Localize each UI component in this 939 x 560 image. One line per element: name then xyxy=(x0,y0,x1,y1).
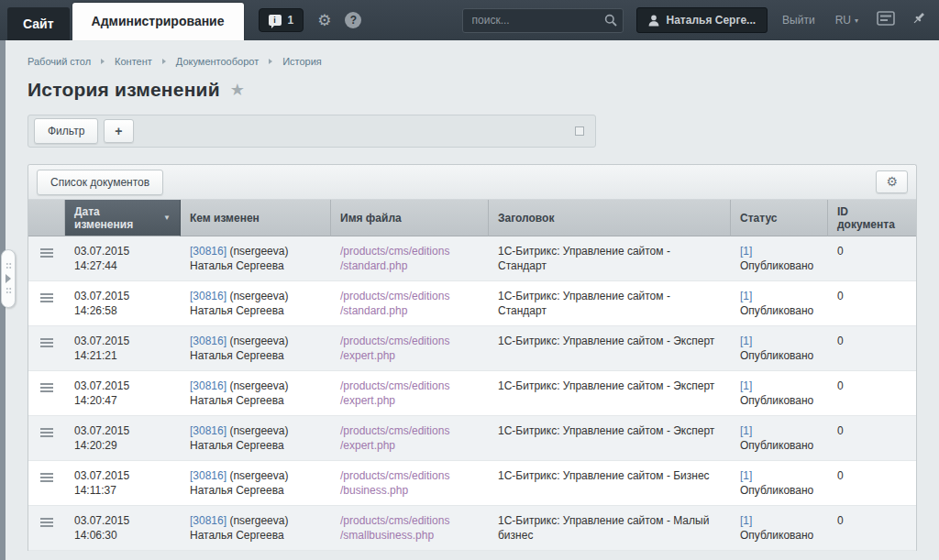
document-list-button[interactable]: Список документов xyxy=(37,170,163,195)
cell-document-id: 0 xyxy=(828,416,916,460)
cell-date: 03.07.201514:06:30 xyxy=(65,506,181,550)
cell-document-id: 0 xyxy=(828,461,916,505)
status-link[interactable]: [1] xyxy=(740,290,752,302)
header-date-modified[interactable]: Дата изменения ▼ xyxy=(65,200,181,236)
breadcrumb-history[interactable]: История xyxy=(282,56,322,67)
search-icon[interactable] xyxy=(604,14,617,30)
file-path-link[interactable]: /expert.php xyxy=(340,393,480,408)
table-header-row: Дата изменения ▼ Кем изменен Имя файла З… xyxy=(28,200,916,236)
menu-rows-icon xyxy=(40,293,53,302)
header-file-name[interactable]: Имя файла xyxy=(331,200,489,236)
header-title[interactable]: Заголовок xyxy=(489,200,731,236)
header-status[interactable]: Статус xyxy=(731,200,828,236)
user-id-link[interactable]: [30816] xyxy=(190,469,226,482)
table-row: 03.07.201514:20:29 [30816] (nsergeeva)На… xyxy=(28,416,916,461)
cell-title: 1С-Битрикс: Управление сайтом - Малый би… xyxy=(489,506,731,550)
row-menu-button[interactable] xyxy=(28,416,65,460)
file-path-link[interactable]: /products/cms/editions xyxy=(340,468,480,483)
gear-icon[interactable]: ⚙ xyxy=(317,13,331,28)
row-menu-button[interactable] xyxy=(28,326,65,370)
cell-status: [1] Опубликовано xyxy=(731,416,828,460)
cell-status: [1] Опубликовано xyxy=(731,326,828,370)
page-title: История изменений xyxy=(28,79,220,101)
file-path-link[interactable]: /business.php xyxy=(340,483,480,498)
file-path-link[interactable]: /products/cms/editions xyxy=(340,379,480,393)
breadcrumb-arrow-icon xyxy=(162,59,166,64)
header-document-id[interactable]: ID документа xyxy=(828,200,916,236)
status-link[interactable]: [1] xyxy=(740,469,752,482)
user-id-link[interactable]: [30816] xyxy=(190,290,226,302)
row-menu-button[interactable] xyxy=(28,236,65,280)
menu-rows-icon xyxy=(40,428,53,437)
hotkeys-icon[interactable] xyxy=(877,11,895,29)
breadcrumb-arrow-icon xyxy=(101,59,105,64)
table-row: 03.07.201514:21:21 [30816] (nsergeeva)На… xyxy=(28,326,916,371)
cell-date: 03.07.201514:11:37 xyxy=(65,461,181,505)
cell-modified-by: [30816] (nsergeeva)Наталья Сергеева xyxy=(181,326,331,370)
logout-link[interactable]: Выйти xyxy=(782,14,815,27)
file-path-link[interactable]: /standard.php xyxy=(340,258,480,273)
tab-administration[interactable]: Администрирование xyxy=(72,3,244,40)
status-link[interactable]: [1] xyxy=(740,514,752,527)
header-modified-by[interactable]: Кем изменен xyxy=(181,200,331,236)
user-icon xyxy=(648,15,659,27)
current-user-button[interactable]: Наталья Серге... xyxy=(636,7,768,33)
breadcrumb-desktop[interactable]: Рабочий стол xyxy=(28,56,91,67)
breadcrumb-workflow[interactable]: Документооборот xyxy=(176,56,259,67)
add-filter-button[interactable]: + xyxy=(104,119,133,143)
notifications-button[interactable]: i 1 xyxy=(259,8,304,32)
status-link[interactable]: [1] xyxy=(740,424,752,437)
file-path-link[interactable]: /products/cms/editions xyxy=(340,244,480,258)
file-path-link[interactable]: /expert.php xyxy=(340,438,480,453)
user-id-link[interactable]: [30816] xyxy=(190,335,226,347)
cell-file-path: /products/cms/editions/standard.php xyxy=(331,236,489,280)
file-path-link[interactable]: /standard.php xyxy=(340,303,480,318)
header-menu-column xyxy=(28,200,65,236)
tab-site[interactable]: Сайт xyxy=(7,7,70,40)
breadcrumb-content[interactable]: Контент xyxy=(115,56,152,67)
cell-modified-by: [30816] (nsergeeva)Наталья Сергеева xyxy=(181,281,331,325)
file-path-link[interactable]: /products/cms/editions xyxy=(340,423,480,438)
file-path-link[interactable]: /products/cms/editions xyxy=(340,289,480,303)
filter-settings-icon[interactable] xyxy=(575,126,584,136)
user-id-link[interactable]: [30816] xyxy=(190,379,226,392)
language-selector[interactable]: RU ▾ xyxy=(835,14,858,27)
topbar-search xyxy=(462,8,624,33)
row-menu-button[interactable] xyxy=(28,461,65,505)
file-path-link[interactable]: /smallbusiness.php xyxy=(340,528,480,543)
main-content: Рабочий стол Контент Документооборот Ист… xyxy=(6,40,939,551)
grid-settings-button[interactable]: ⚙ xyxy=(876,170,908,193)
sidebar-expand-handle[interactable] xyxy=(1,249,16,308)
cell-date: 03.07.201514:21:21 xyxy=(65,326,181,370)
cell-modified-by: [30816] (nsergeeva)Наталья Сергеева xyxy=(181,506,331,550)
cell-document-id: 0 xyxy=(828,371,916,415)
filter-button[interactable]: Фильтр xyxy=(34,118,98,144)
file-path-link[interactable]: /products/cms/editions xyxy=(340,513,480,528)
table-row: 03.07.201514:26:58 [30816] (nsergeeva)На… xyxy=(28,281,916,326)
cell-title: 1С-Битрикс: Управление сайтом - Стандарт xyxy=(489,236,731,280)
info-bubble-icon: i xyxy=(269,15,282,26)
history-grid: Список документов ⚙ Дата изменения ▼ Кем… xyxy=(28,164,917,551)
file-path-link[interactable]: /expert.php xyxy=(340,348,480,363)
user-id-link[interactable]: [30816] xyxy=(190,514,226,527)
help-icon[interactable]: ? xyxy=(345,12,361,28)
cell-file-path: /products/cms/editions/expert.php xyxy=(331,371,489,415)
pin-icon[interactable] xyxy=(911,11,926,29)
status-link[interactable]: [1] xyxy=(740,245,752,258)
cell-title: 1С-Битрикс: Управление сайтом - Эксперт xyxy=(489,326,731,370)
status-link[interactable]: [1] xyxy=(740,335,752,347)
status-link[interactable]: [1] xyxy=(740,379,752,392)
search-input[interactable] xyxy=(462,8,624,33)
row-menu-button[interactable] xyxy=(28,281,65,325)
menu-rows-icon xyxy=(40,248,53,258)
user-id-link[interactable]: [30816] xyxy=(190,424,226,437)
file-path-link[interactable]: /products/cms/editions xyxy=(340,334,480,348)
row-menu-button[interactable] xyxy=(28,506,65,550)
row-menu-button[interactable] xyxy=(28,371,65,415)
favorite-star-icon[interactable]: ★ xyxy=(230,80,245,100)
cell-date: 03.07.201514:27:44 xyxy=(65,236,181,280)
cell-file-path: /products/cms/editions/standard.php xyxy=(331,281,489,325)
menu-rows-icon xyxy=(40,383,53,392)
cell-modified-by: [30816] (nsergeeva)Наталья Сергеева xyxy=(181,416,331,460)
user-id-link[interactable]: [30816] xyxy=(190,245,226,258)
